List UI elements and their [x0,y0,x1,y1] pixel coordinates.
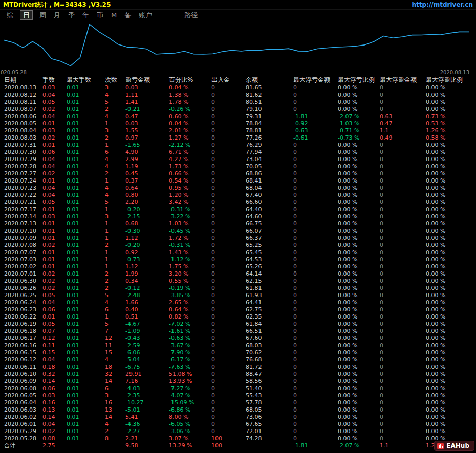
cell-percent: -3.85 % [169,292,211,299]
cell-profit: 0.40 [125,306,169,313]
cell-date: 2020.07.27 [4,170,42,177]
cell-profit: -0.20 [125,242,169,249]
cell-max-float-loss-pct: 0.00 % [338,285,380,292]
cell-cash-flow: 0 [211,177,246,185]
cell-cash-flow: 0 [211,213,246,220]
cell-max-float-profit-pct: 0.00 % [426,228,476,235]
cell-balance: 67.65 [246,421,293,428]
table-row: 2020.06.010.040.014-4.36-6.05 %067.6500.… [0,421,476,428]
cell-profit: 0.64 [125,185,169,192]
cell-max-float-profit: 0 [380,185,426,192]
cell-max-float-profit-pct: 0.00 % [426,399,476,406]
cell-profit: -2.35 [125,392,169,399]
cell-max-float-loss: 0 [293,399,338,406]
cell-profit: 0.51 [125,313,169,321]
cell-max-float-profit-pct: 0.58 % [426,134,476,142]
cell-max-float-loss: 0 [293,335,338,342]
cell-date: 2020.07.14 [4,213,42,220]
menu-item-backup[interactable]: 备 [123,11,132,19]
table-row: 2020.06.240.040.0141.662.65 %064.4100.00… [0,299,476,306]
cell-balance: 51.40 [246,385,293,392]
stats-table: 日期手数最大手数次数盈亏金额百分比%出入金余额最大浮亏金额最大浮亏比例最大浮盈金… [0,76,476,449]
cell-max-lots: 0.01 [67,342,105,349]
cell-lots: 0.05 [42,321,67,328]
cell-max-lots: 0.01 [67,270,105,278]
cell-max-lots: 0.01 [67,364,105,371]
cell-max-float-loss: -0.92 [293,120,338,127]
cell-lots: 0.05 [42,199,67,206]
eahub-badge[interactable]: EAHub [434,441,474,451]
cell-lots: 0.01 [42,206,67,213]
menu-item-daily[interactable]: 日 [20,10,33,20]
table-row: 2020.06.300.020.0120.340.55 %062.1500.00… [0,278,476,285]
cell-max-float-profit: 0.47 [380,120,426,127]
cell-balance: 80.51 [246,99,293,106]
cell-count: 3 [105,213,125,220]
cell-max-float-loss-pct: 0.00 % [338,385,380,392]
table-row: 2020.06.260.020.012-0.12-0.19 %061.8100.… [0,285,476,292]
cell-cash-flow: 0 [211,421,246,428]
cell-max-float-loss-pct: 0.00 % [338,435,380,442]
cell-count: 7 [105,328,125,335]
cell-max-float-profit: 0 [380,177,426,185]
table-row: 2020.07.130.010.0110.681.03 %066.7500.00… [0,220,476,228]
cell-max-float-profit: 0 [380,421,426,428]
cell-count: 4 [105,356,125,364]
cell-cash-flow: 0 [211,134,246,142]
cell-profit: 7.16 [125,378,169,385]
cell-percent: 51.08 % [169,371,211,378]
cell-lots: 0.04 [42,163,67,170]
cell-profit: 1.99 [125,270,169,278]
cell-balance: 65.45 [246,249,293,256]
cell-percent: 1.72 % [169,235,211,242]
col-header-max-float-loss: 最大浮亏金额 [293,76,338,84]
cell-date: 2020.08.03 [4,134,42,142]
cell-balance: 64.14 [246,270,293,278]
cell-percent: 0.60 % [169,113,211,120]
cell-count: 4 [105,185,125,192]
cell-max-lots: 0.01 [67,278,105,285]
eahub-label: EAHub [446,442,469,449]
cell-percent: -0.31 % [169,206,211,213]
menu-item-account[interactable]: 账户 [138,11,153,19]
menu-item-currency[interactable]: 币 [96,11,104,19]
menu-item-m[interactable]: M [110,11,118,19]
cell-count: 1 [105,256,125,263]
menu-item-yearly[interactable]: 年 [81,11,90,19]
cell-balance: 61.93 [246,292,293,299]
cell-cash-flow: 0 [211,120,246,127]
cell-profit: 1.41 [125,99,169,106]
cell-max-float-profit-pct: 0.00 % [426,192,476,199]
cell-max-lots: 0.01 [67,206,105,213]
menu-item-monthly[interactable]: 月 [53,11,61,19]
cell-max-float-loss-pct: -0.71 % [338,127,380,134]
cell-max-float-profit: 0 [380,256,426,263]
table-row: 2020.06.220.010.0110.510.82 %062.3500.00… [0,313,476,321]
cell-percent: -0.31 % [169,242,211,249]
app-url-link[interactable]: http://mtdriver.cn [412,1,473,8]
cell-max-lots: 0.01 [67,306,105,313]
menu-item-path[interactable]: 路径 [183,11,199,19]
menu-item-summary[interactable]: 综 [6,11,14,19]
col-header-profit: 盈亏金额 [125,76,169,84]
menu-item-quarterly[interactable]: 季 [67,11,76,19]
cell-max-float-loss: 0 [293,421,338,428]
menu-item-weekly[interactable]: 周 [38,11,47,19]
cell-balance: 70.62 [246,349,293,356]
cell-lots: 0.04 [42,156,67,163]
cell-max-float-loss: -0.61 [293,134,338,142]
cell-count: 1 [105,313,125,321]
cell-max-lots: 0.01 [67,371,105,378]
cell-count: 18 [105,364,125,371]
cell-percent: 6.71 % [169,149,211,156]
cell-cash-flow: 100 [211,435,246,442]
cell-max-float-loss-pct: 0.00 % [338,156,380,163]
cell-max-lots: 0.01 [67,120,105,127]
cell-max-float-profit: 0 [380,306,426,313]
cell-balance: 64.40 [246,206,293,213]
cell-max-float-profit: 0 [380,285,426,292]
cell-profit: -0.73 [125,256,169,263]
cell-max-lots: 0.01 [67,421,105,428]
cell-profit: 0.80 [125,192,169,199]
table-row: 2020.07.230.040.0140.640.95 %068.0400.00… [0,185,476,192]
